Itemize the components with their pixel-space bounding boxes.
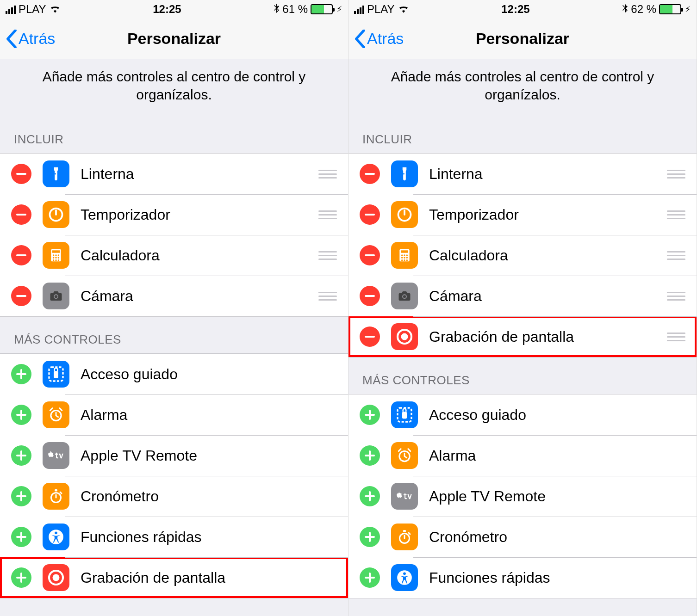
back-button[interactable]: Atrás — [354, 30, 404, 48]
add-button[interactable] — [11, 567, 31, 588]
flashlight-icon — [43, 160, 69, 187]
svg-point-38 — [403, 295, 406, 298]
add-button[interactable] — [360, 486, 380, 506]
svg-point-30 — [406, 254, 408, 256]
list-row: Cronómetro — [0, 476, 348, 517]
accessibility-icon — [391, 564, 418, 591]
list-row: Linterna — [0, 154, 348, 194]
status-time: 12:25 — [153, 3, 181, 16]
add-button[interactable] — [11, 405, 31, 425]
calc-icon — [391, 242, 418, 269]
section-header-include: INCLUIR — [348, 117, 697, 153]
flashlight-icon — [391, 160, 418, 187]
drag-handle-icon[interactable] — [318, 170, 337, 179]
add-button[interactable] — [360, 567, 380, 588]
battery-percent: 62 % — [631, 3, 656, 16]
svg-rect-27 — [401, 250, 408, 253]
section-header-include: INCLUIR — [0, 117, 348, 153]
drag-handle-icon[interactable] — [667, 292, 685, 301]
battery-icon — [659, 4, 681, 14]
add-button[interactable] — [11, 527, 31, 547]
row-label: Funciones rápidas — [81, 529, 348, 546]
row-label: Cronómetro — [429, 529, 697, 546]
guided-icon — [391, 401, 418, 428]
svg-point-22 — [55, 531, 57, 534]
remove-button[interactable] — [11, 204, 31, 225]
list-row: Calculadora — [0, 235, 348, 276]
remove-button[interactable] — [360, 204, 380, 225]
row-label: Alarma — [81, 407, 348, 424]
signal-icon — [6, 5, 16, 14]
more-list: Acceso guiadoAlarmaApple TV RemoteCronóm… — [348, 394, 697, 598]
screenrec-icon — [391, 323, 418, 350]
row-label: Apple TV Remote — [429, 488, 697, 505]
list-row: Grabación de pantalla — [348, 316, 697, 357]
status-bar: PLAY 12:25 62 % ⚡︎ — [348, 0, 697, 18]
add-button[interactable] — [360, 405, 380, 425]
carrier-label: PLAY — [19, 3, 46, 16]
camera-icon — [391, 283, 418, 309]
add-button[interactable] — [360, 527, 380, 547]
back-button[interactable]: Atrás — [6, 30, 55, 48]
more-list: Acceso guiadoAlarmaApple TV RemoteCronóm… — [0, 353, 348, 598]
timer-icon — [391, 201, 418, 228]
drag-handle-icon[interactable] — [667, 170, 685, 179]
svg-point-6 — [53, 257, 54, 259]
remove-button[interactable] — [11, 164, 31, 184]
list-row: Funciones rápidas — [0, 517, 348, 557]
remove-button[interactable] — [360, 286, 380, 306]
drag-handle-icon[interactable] — [318, 210, 337, 219]
alarm-icon — [43, 401, 69, 428]
drag-handle-icon[interactable] — [318, 251, 337, 260]
svg-rect-2 — [52, 250, 60, 253]
row-label: Cronómetro — [81, 488, 348, 505]
remove-button[interactable] — [360, 245, 380, 265]
camera-icon — [43, 283, 69, 309]
list-row: Calculadora — [348, 235, 697, 276]
row-label: Temporizador — [429, 206, 667, 223]
drag-handle-icon[interactable] — [667, 210, 685, 219]
guided-icon — [43, 361, 69, 388]
section-header-more: MÁS CONTROLES — [0, 317, 348, 353]
include-list: LinternaTemporizadorCalculadoraCámaraGra… — [348, 153, 697, 357]
add-button[interactable] — [11, 364, 31, 384]
nav-bar: Atrás Personalizar — [348, 18, 697, 59]
bluetooth-icon — [273, 3, 280, 16]
row-label: Cámara — [429, 288, 667, 305]
list-row: Funciones rápidas — [348, 557, 697, 598]
screenrec-icon — [43, 564, 69, 591]
phone-left: PLAY 12:25 61 % ⚡︎ Atrás Personalizar Añ… — [0, 0, 348, 616]
svg-point-33 — [406, 257, 408, 259]
svg-point-3 — [53, 254, 54, 256]
list-row: Alarma — [0, 394, 348, 435]
list-row: Cámara — [348, 276, 697, 316]
list-row: Acceso guiado — [0, 354, 348, 394]
list-row: Grabación de pantalla — [0, 557, 348, 598]
page-description: Añade más controles al centro de control… — [348, 59, 697, 117]
appletv-icon — [43, 442, 69, 469]
drag-handle-icon[interactable] — [318, 292, 337, 301]
svg-point-24 — [53, 574, 60, 581]
phone-right: PLAY 12:25 62 % ⚡︎ Atrás Personalizar Añ… — [348, 0, 697, 616]
list-row: Cámara — [0, 276, 348, 316]
remove-button[interactable] — [11, 245, 31, 265]
row-label: Acceso guiado — [81, 366, 348, 383]
remove-button[interactable] — [360, 326, 380, 347]
svg-point-5 — [58, 254, 59, 256]
remove-button[interactable] — [11, 286, 31, 306]
add-button[interactable] — [11, 486, 31, 506]
row-label: Alarma — [429, 447, 697, 464]
alarm-icon — [391, 442, 418, 469]
add-button[interactable] — [11, 445, 31, 466]
remove-button[interactable] — [360, 164, 380, 184]
list-row: Acceso guiado — [348, 394, 697, 435]
drag-handle-icon[interactable] — [667, 333, 685, 341]
list-row: Cronómetro — [348, 517, 697, 557]
row-label: Apple TV Remote — [81, 447, 348, 464]
list-row: Alarma — [348, 435, 697, 476]
charging-icon: ⚡︎ — [336, 4, 342, 14]
drag-handle-icon[interactable] — [667, 251, 685, 260]
section-header-more: MÁS CONTROLES — [348, 357, 697, 394]
add-button[interactable] — [360, 445, 380, 466]
svg-point-29 — [404, 254, 405, 256]
